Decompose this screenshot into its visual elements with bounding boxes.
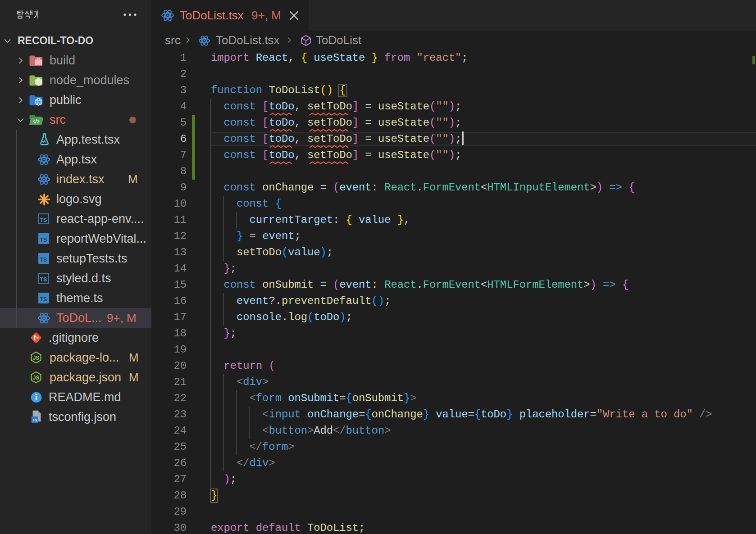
svg-text:TS: TS (32, 418, 37, 422)
svg-text:JS: JS (33, 355, 40, 361)
svg-text:JS: JS (33, 375, 40, 381)
